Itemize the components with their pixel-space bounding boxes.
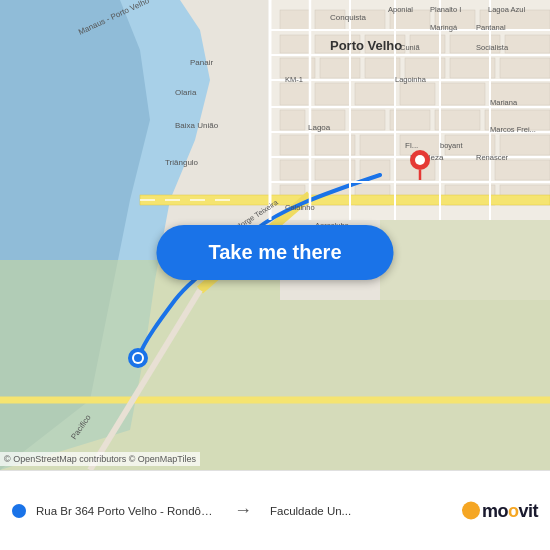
svg-text:Conquista: Conquista (330, 13, 367, 22)
svg-text:Mariana: Mariana (490, 98, 518, 107)
svg-rect-33 (435, 110, 480, 130)
take-me-there-button[interactable]: Take me there (156, 225, 393, 280)
svg-text:Renascer: Renascer (476, 153, 509, 162)
bottom-bar: Rua Br 364 Porto Velho - Rondôni... → Fa… (0, 470, 550, 550)
svg-point-102 (134, 354, 142, 362)
svg-rect-23 (280, 83, 310, 105)
destination-label: Faculdade Un... (270, 505, 351, 517)
moovit-dot-icon (462, 502, 480, 520)
moovit-logo: moovit (462, 500, 538, 521)
svg-text:Calainho: Calainho (285, 203, 315, 212)
svg-rect-25 (355, 83, 395, 105)
svg-rect-22 (500, 58, 550, 78)
svg-rect-57 (215, 199, 230, 201)
svg-text:Fl...: Fl... (405, 141, 418, 150)
svg-point-99 (415, 155, 425, 165)
svg-text:Planalto I: Planalto I (430, 5, 461, 14)
svg-rect-18 (320, 58, 360, 78)
svg-text:Cuniã: Cuniã (400, 43, 420, 52)
svg-text:Lagoinha: Lagoinha (395, 75, 427, 84)
svg-rect-46 (495, 160, 550, 180)
svg-rect-24 (315, 83, 350, 105)
svg-rect-5 (280, 10, 310, 30)
svg-text:boyant: boyant (440, 141, 463, 150)
svg-rect-26 (400, 83, 435, 105)
svg-rect-37 (360, 135, 395, 155)
moovit-brand-name: moovit (482, 500, 538, 521)
svg-text:Maringá: Maringá (430, 23, 458, 32)
svg-text:Olaria: Olaria (175, 88, 197, 97)
svg-text:Pantanal: Pantanal (476, 23, 506, 32)
svg-rect-21 (450, 58, 495, 78)
svg-rect-2 (280, 300, 550, 470)
route-info: Rua Br 364 Porto Velho - Rondôni... → Fa… (12, 500, 538, 521)
svg-rect-41 (280, 160, 310, 180)
svg-text:Socialista: Socialista (476, 43, 509, 52)
svg-rect-11 (280, 35, 310, 53)
svg-rect-29 (280, 110, 305, 130)
svg-rect-54 (140, 199, 155, 201)
origin-dot (12, 504, 26, 518)
origin-label: Rua Br 364 Porto Velho - Rondôni... (36, 505, 216, 517)
svg-text:Triângulo: Triângulo (165, 158, 199, 167)
svg-rect-35 (280, 135, 310, 155)
svg-rect-40 (500, 135, 550, 155)
svg-text:Lagoa Azul: Lagoa Azul (488, 5, 525, 14)
svg-text:Panair: Panair (190, 58, 213, 67)
svg-rect-31 (350, 110, 385, 130)
map-container: Porto Velho Manaus - Porto Velho Panair … (0, 0, 550, 470)
svg-text:Marcos Frei...: Marcos Frei... (490, 125, 536, 134)
map-attribution: © OpenStreetMap contributors © OpenMapTi… (0, 452, 200, 466)
svg-rect-56 (190, 199, 205, 201)
arrow-section: → (226, 500, 260, 521)
svg-text:Aponial: Aponial (388, 5, 413, 14)
svg-text:Porto Velho: Porto Velho (330, 38, 402, 53)
svg-text:Lagoa: Lagoa (308, 123, 331, 132)
svg-text:Baixa União: Baixa União (175, 121, 219, 130)
arrow-icon: → (234, 500, 252, 521)
svg-rect-45 (440, 160, 490, 180)
svg-text:KM-1: KM-1 (285, 75, 303, 84)
svg-rect-27 (440, 83, 485, 105)
svg-rect-55 (165, 199, 180, 201)
svg-rect-16 (505, 35, 550, 53)
